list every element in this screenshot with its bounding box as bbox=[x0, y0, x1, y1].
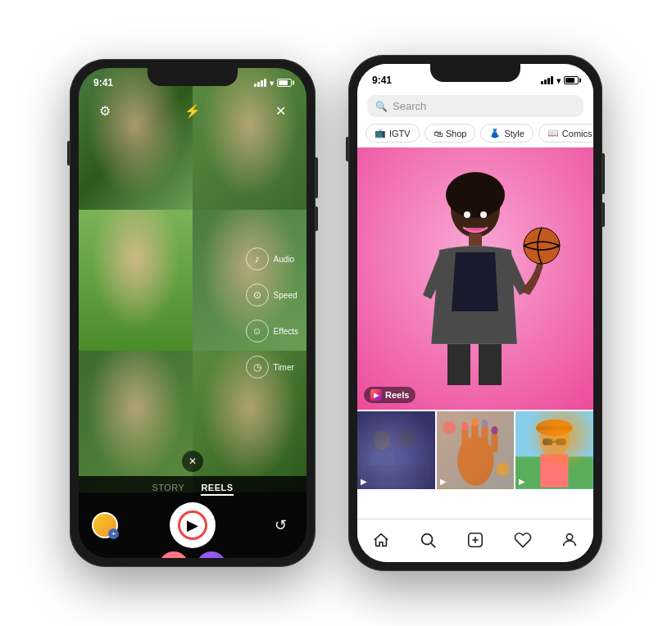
camera-cell-3 bbox=[79, 210, 193, 352]
thumb-2-play-icon: ▶ bbox=[440, 477, 447, 486]
audio-control[interactable]: ♪ Audio bbox=[246, 247, 298, 270]
svg-rect-19 bbox=[481, 425, 488, 450]
search-placeholder: Search bbox=[393, 100, 426, 112]
svg-rect-18 bbox=[471, 424, 478, 450]
nav-search-icon bbox=[419, 531, 437, 549]
story-reels-tabs: STORY REELS bbox=[152, 476, 233, 502]
timer-control[interactable]: ◷ Timer bbox=[246, 356, 298, 379]
shop-label: Shop bbox=[446, 129, 467, 138]
left-phone: 9:41 ▾ bbox=[70, 59, 316, 567]
signal-icon bbox=[254, 79, 266, 87]
speed-control[interactable]: ⊙ Speed bbox=[246, 284, 298, 306]
chip-comics[interactable]: 📖 Comics bbox=[538, 124, 593, 143]
battery-icon-right bbox=[564, 76, 579, 84]
effects-icon: ☺ bbox=[246, 320, 269, 342]
timer-label: Timer bbox=[274, 363, 294, 372]
effect-pink[interactable]: ✨ bbox=[159, 551, 188, 558]
svg-point-30 bbox=[537, 420, 573, 436]
audio-icon: ♪ bbox=[246, 247, 269, 270]
reels-badge-label: Reels bbox=[385, 390, 409, 400]
svg-rect-7 bbox=[447, 344, 470, 385]
svg-rect-31 bbox=[537, 426, 573, 430]
svg-rect-8 bbox=[479, 344, 502, 385]
shutter-inner: ▶ bbox=[178, 510, 207, 540]
svg-point-10 bbox=[374, 430, 390, 450]
reels-badge: ▶ Reels bbox=[364, 387, 415, 403]
svg-rect-32 bbox=[543, 438, 553, 445]
wifi-icon: ▾ bbox=[270, 79, 274, 88]
svg-point-21 bbox=[461, 422, 468, 430]
reels-tab[interactable]: REELS bbox=[201, 483, 233, 496]
flip-camera-button[interactable]: ↺ bbox=[267, 512, 293, 538]
notch-right bbox=[430, 64, 520, 82]
reels-badge-icon: ▶ bbox=[370, 389, 382, 401]
effects-label: Effects bbox=[274, 327, 298, 336]
notch bbox=[148, 68, 238, 86]
audio-label: Audio bbox=[274, 255, 295, 264]
svg-point-16 bbox=[457, 436, 493, 485]
time-left: 9:41 bbox=[93, 77, 113, 88]
right-phone: 9:41 ▾ bbox=[348, 55, 602, 571]
svg-point-22 bbox=[471, 418, 478, 426]
heart-icon bbox=[514, 531, 532, 549]
svg-point-23 bbox=[481, 420, 488, 428]
user-avatar[interactable]: + bbox=[92, 512, 118, 538]
flash-button[interactable]: ⚡ bbox=[179, 98, 206, 124]
battery-icon bbox=[277, 79, 292, 87]
thumb-1-play-icon: ▶ bbox=[361, 477, 367, 486]
igtv-icon: 📺 bbox=[375, 128, 386, 138]
igtv-label: IGTV bbox=[389, 129, 411, 138]
svg-line-37 bbox=[432, 543, 436, 547]
comics-label: Comics bbox=[562, 129, 593, 138]
add-icon bbox=[466, 531, 484, 549]
search-bar[interactable]: 🔍 Search bbox=[357, 90, 593, 120]
effect-purple[interactable]: 🌀 bbox=[197, 551, 226, 558]
speed-icon: ⊙ bbox=[246, 284, 269, 306]
time-right: 9:41 bbox=[372, 75, 392, 86]
nav-profile-button[interactable] bbox=[552, 528, 588, 552]
svg-rect-9 bbox=[357, 411, 435, 489]
settings-button[interactable]: ⚙ bbox=[92, 98, 118, 124]
svg-rect-35 bbox=[541, 454, 569, 487]
style-label: Style bbox=[504, 129, 524, 138]
ig-content: ▶ Reels bbox=[357, 147, 593, 519]
avatar-plus-icon: + bbox=[108, 528, 119, 539]
shutter-button[interactable]: ▶ bbox=[170, 502, 216, 548]
hero-image[interactable]: ▶ Reels bbox=[357, 147, 593, 410]
svg-point-25 bbox=[443, 421, 456, 434]
svg-rect-15 bbox=[437, 411, 515, 489]
chip-shop[interactable]: 🛍 Shop bbox=[425, 124, 476, 143]
camera-controls-row: + ▶ ↺ bbox=[79, 502, 306, 548]
status-icons-left: ▾ bbox=[254, 79, 292, 88]
wifi-icon-right: ▾ bbox=[556, 76, 561, 85]
style-icon: 👗 bbox=[489, 128, 501, 138]
shop-icon: 🛍 bbox=[434, 129, 443, 138]
ig-screen: 9:41 ▾ bbox=[357, 64, 593, 562]
reels-record-icon: ▶ bbox=[187, 516, 198, 534]
search-icon: 🔍 bbox=[375, 101, 388, 112]
category-chips: 📺 IGTV 🛍 Shop 👗 Style 📖 Comics bbox=[357, 120, 593, 147]
nav-add-button[interactable] bbox=[457, 528, 493, 552]
chip-igtv[interactable]: 📺 IGTV bbox=[366, 124, 420, 143]
nav-home-button[interactable] bbox=[363, 528, 399, 552]
thumb-3[interactable]: ▶ bbox=[515, 411, 593, 489]
dismiss-button[interactable]: ✕ bbox=[182, 451, 203, 472]
svg-point-26 bbox=[496, 462, 509, 475]
timer-icon: ◷ bbox=[246, 356, 269, 379]
search-input-wrapper[interactable]: 🔍 Search bbox=[367, 95, 583, 117]
nav-search-button[interactable] bbox=[410, 528, 446, 552]
close-button[interactable]: ✕ bbox=[267, 98, 293, 124]
speed-label: Speed bbox=[274, 291, 297, 300]
chip-style[interactable]: 👗 Style bbox=[480, 124, 533, 143]
thumb-1[interactable]: ▶ bbox=[357, 411, 435, 489]
bottom-nav bbox=[357, 519, 593, 562]
thumb-2[interactable]: ▶ bbox=[437, 411, 515, 489]
camera-top-bar: ⚙ ⚡ ✕ bbox=[79, 98, 306, 124]
nav-likes-button[interactable] bbox=[505, 528, 541, 552]
story-tab[interactable]: STORY bbox=[152, 483, 184, 496]
effects-control[interactable]: ☺ Effects bbox=[246, 320, 298, 342]
svg-point-29 bbox=[540, 424, 570, 456]
svg-point-41 bbox=[567, 534, 573, 540]
svg-point-2 bbox=[446, 172, 505, 218]
reels-camera: 9:41 ▾ bbox=[79, 68, 306, 558]
